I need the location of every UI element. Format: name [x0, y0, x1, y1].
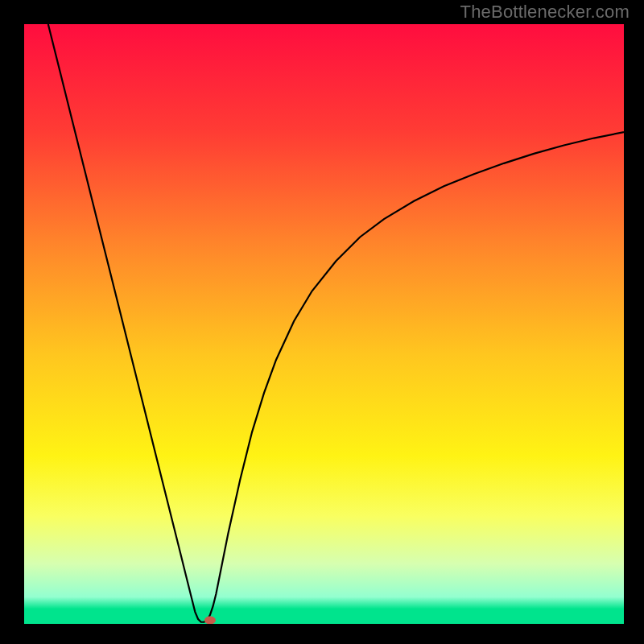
chart-frame: TheBottlenecker.com: [0, 0, 644, 644]
plot-background: [24, 24, 624, 624]
optimal-point-marker: [204, 617, 216, 625]
watermark-label: TheBottlenecker.com: [460, 2, 630, 23]
bottleneck-chart: [0, 0, 644, 644]
